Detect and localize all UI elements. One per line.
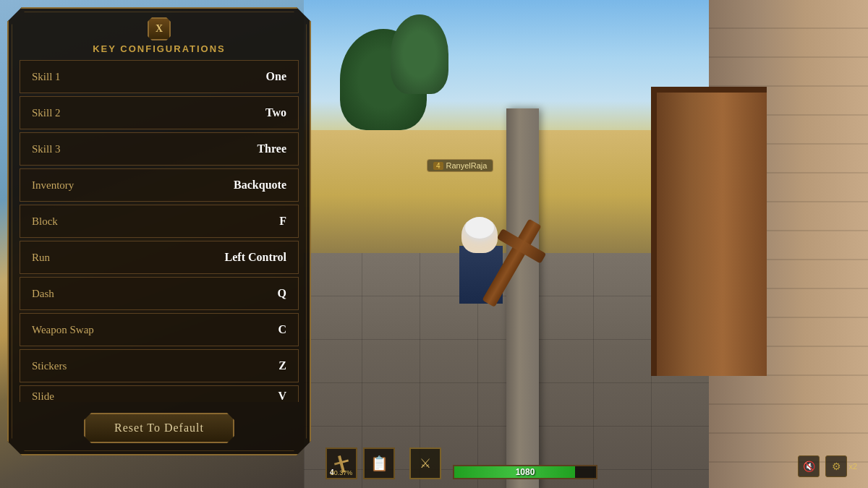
item-icon: 📋 [370,455,388,472]
player-name: RanyelRaja [446,161,488,170]
keybind-row-run[interactable]: RunLeft Control [20,241,299,274]
health-area: 1080 [453,465,597,479]
player-character [434,188,528,333]
item-slot[interactable]: 📋 [363,448,395,479]
keybind-row-skill-2[interactable]: Skill 2Two [20,96,299,129]
keybind-row-slide[interactable]: SlideV [20,385,299,402]
keybind-label-0: Skill 1 [20,71,204,83]
key-config-panel: X KEY CONFIGURATIONS Skill 1OneSkill 2Tw… [7,7,311,455]
keybind-row-stickers[interactable]: StickersZ [20,349,299,382]
keybind-value-6: Q [204,287,298,300]
keybind-label-9: Slide [20,390,204,403]
panel-title: KEY CONFIGURATIONS [9,43,310,60]
player-level: 4 [433,162,443,170]
keybind-row-inventory[interactable]: InventoryBackquote [20,168,299,202]
sound-icon[interactable]: 🔇 [798,455,820,477]
keybind-list: Skill 1OneSkill 2TwoSkill 3ThreeInventor… [9,60,310,402]
health-fill [454,466,575,478]
player-nametag: 4 RanyelRaja [427,159,493,172]
keybind-value-1: Two [204,106,298,119]
hud-right: 🔇 ⚙ x2 [798,455,857,477]
x2-group: ⚙ x2 [825,455,857,477]
keybind-label-3: Inventory [20,179,204,192]
weapon-slot[interactable]: 4 20.37% [326,448,357,479]
keybind-label-2: Skill 3 [20,143,204,155]
keybind-row-block[interactable]: BlockF [20,205,299,238]
keybind-row-weapon-swap[interactable]: Weapon SwapC [20,313,299,346]
panel-close-area: X [9,9,310,43]
health-value: 1080 [516,467,535,477]
panel-body: X KEY CONFIGURATIONS Skill 1OneSkill 2Tw… [7,7,311,455]
char-head [461,217,498,253]
char-hair [465,217,494,239]
inventory-area: 4 20.37% 📋 [326,448,395,479]
keybind-value-9: V [204,390,298,402]
keybind-label-4: Block [20,215,204,228]
keybind-label-7: Weapon Swap [20,324,204,336]
keybind-label-6: Dash [20,288,204,300]
skill-icon: ⚔ [420,455,431,471]
keybind-value-8: Z [204,359,298,372]
keybind-row-dash[interactable]: DashQ [20,277,299,310]
keybind-label-1: Skill 2 [20,107,204,119]
keybind-value-0: One [204,70,298,83]
door-frame [651,87,767,376]
keybind-value-2: Three [204,142,298,155]
keybind-label-5: Run [20,252,204,264]
health-bar: 1080 [453,465,597,479]
keybind-value-4: F [204,215,298,228]
tree-2 [391,14,448,94]
close-button[interactable]: X [148,17,171,40]
keybind-value-3: Backquote [204,179,298,192]
keybind-row-skill-1[interactable]: Skill 1One [20,60,299,93]
skill-slot-1[interactable]: ⚔ [409,448,441,479]
keybind-value-7: C [204,323,298,336]
inventory-pct: 20.37% [327,469,356,478]
hud-bottom: 4 20.37% 📋 ⚔ 1080 [0,437,868,488]
keybind-row-skill-3[interactable]: Skill 3Three [20,132,299,166]
keybind-label-8: Stickers [20,360,204,372]
settings-icon[interactable]: ⚙ [825,455,847,477]
x2-label: x2 [848,462,857,471]
keybind-value-5: Left Control [204,251,298,264]
